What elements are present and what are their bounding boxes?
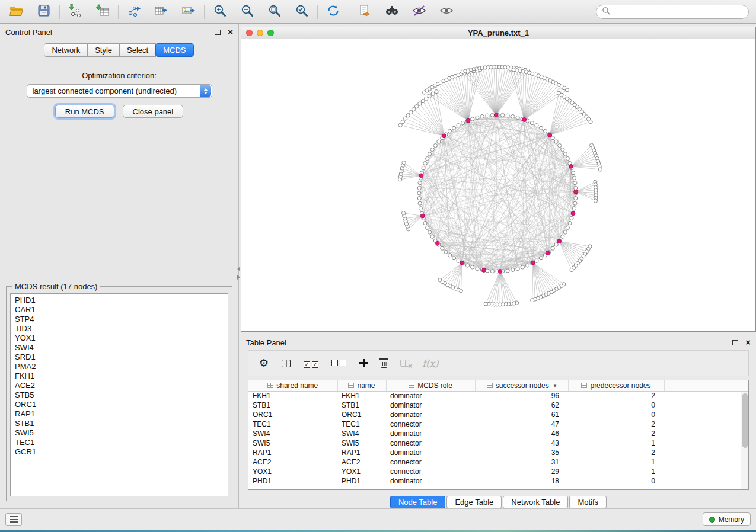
export-network-button[interactable] bbox=[125, 3, 143, 21]
mcds-result-list[interactable]: PHD1CAR1STP4TID3YOX1SWI4SRD1PMA2FKH1ACE2… bbox=[10, 293, 228, 496]
scrollbar-thumb[interactable] bbox=[742, 393, 748, 448]
select-all-button[interactable]: ✓✓ bbox=[304, 358, 318, 368]
import-network-button[interactable] bbox=[66, 3, 85, 21]
delete-table-button[interactable] bbox=[400, 360, 409, 367]
tab-network[interactable]: Network bbox=[44, 43, 88, 57]
mcds-result-item[interactable]: GCR1 bbox=[11, 447, 228, 457]
refresh-layout-button[interactable] bbox=[324, 3, 343, 21]
table-cell: 0 bbox=[568, 410, 664, 419]
zoom-out-button[interactable] bbox=[238, 3, 257, 21]
close-panel-icon[interactable]: × bbox=[745, 339, 751, 345]
mcds-result-item[interactable]: TID3 bbox=[11, 324, 228, 334]
window-minimize-icon[interactable] bbox=[257, 30, 263, 36]
mcds-result-item[interactable]: STP4 bbox=[11, 315, 228, 324]
criterion-dropdown[interactable]: largest connected component (undirected) bbox=[27, 84, 212, 98]
export-image-icon bbox=[181, 4, 196, 20]
show-details-button[interactable] bbox=[437, 3, 456, 21]
tab-style[interactable]: Style bbox=[87, 43, 120, 57]
table-row[interactable]: PHD1PHD1dominator180 bbox=[248, 476, 748, 486]
collapse-left-icon[interactable] bbox=[237, 267, 240, 271]
mcds-result-item[interactable]: PMA2 bbox=[11, 362, 228, 371]
column-header-successor-nodes[interactable]: successor nodes▾ bbox=[475, 380, 568, 391]
mcds-result-item[interactable]: STB5 bbox=[11, 390, 228, 400]
mcds-result-item[interactable]: ACE2 bbox=[11, 381, 228, 390]
float-panel-icon[interactable] bbox=[215, 30, 221, 35]
tab-node-table[interactable]: Node Table bbox=[390, 496, 446, 508]
tab-network-table[interactable]: Network Table bbox=[503, 496, 568, 508]
table-row[interactable]: FKH1FKH1dominator962 bbox=[248, 391, 748, 400]
zoom-selected-button[interactable] bbox=[292, 3, 311, 21]
float-panel-icon[interactable] bbox=[732, 340, 738, 345]
table-cell: SWI4 bbox=[248, 429, 337, 438]
table-row[interactable]: TEC1TEC1connector472 bbox=[248, 419, 748, 429]
column-header-shared-name[interactable]: shared name bbox=[248, 380, 337, 391]
save-button[interactable] bbox=[34, 3, 53, 21]
toolbar-separator bbox=[59, 5, 60, 19]
checked-box-icon: ✓ bbox=[304, 361, 310, 368]
mcds-result-item[interactable]: PHD1 bbox=[11, 296, 228, 305]
mcds-result-item[interactable]: SWI5 bbox=[11, 428, 228, 438]
mcds-result-item[interactable]: SRD1 bbox=[11, 352, 228, 362]
run-mcds-button[interactable]: Run MCDS bbox=[55, 105, 114, 118]
column-table-icon bbox=[267, 383, 273, 388]
mcds-result-item[interactable]: CAR1 bbox=[11, 305, 228, 315]
node-table-body: FKH1FKH1dominator962STB1STB1dominator620… bbox=[248, 391, 748, 486]
window-close-icon[interactable] bbox=[246, 30, 253, 36]
table-row[interactable]: STB1STB1dominator620 bbox=[248, 400, 748, 410]
eye-icon bbox=[439, 4, 454, 20]
tab-edge-table[interactable]: Edge Table bbox=[446, 496, 502, 508]
panel-divider-handle[interactable] bbox=[236, 267, 241, 282]
zoom-in-button[interactable] bbox=[210, 3, 229, 21]
table-row[interactable]: ACE2ACE2connector311 bbox=[248, 457, 748, 467]
hide-details-button[interactable] bbox=[410, 3, 429, 21]
table-row[interactable]: RAP1RAP1dominator352 bbox=[248, 448, 748, 457]
close-panel-icon[interactable]: × bbox=[228, 29, 233, 35]
search-input[interactable] bbox=[614, 7, 743, 16]
mcds-result-item[interactable]: FKH1 bbox=[11, 371, 228, 381]
optimization-label: Optimization criterion: bbox=[0, 71, 238, 80]
table-row[interactable]: SWI4SWI4dominator462 bbox=[248, 429, 748, 438]
delete-column-button[interactable] bbox=[381, 361, 387, 368]
table-row[interactable]: ORC1ORC1dominator610 bbox=[248, 410, 748, 419]
mcds-result-item[interactable]: TEC1 bbox=[11, 438, 228, 447]
column-table-icon bbox=[581, 383, 587, 388]
column-header-MCDS-role[interactable]: MCDS role bbox=[386, 380, 475, 391]
mcds-result-item[interactable]: ORC1 bbox=[11, 400, 228, 409]
column-header-name[interactable]: name bbox=[337, 380, 386, 391]
network-canvas[interactable] bbox=[241, 39, 755, 331]
deselect-all-button[interactable] bbox=[331, 358, 346, 368]
export-table-button[interactable] bbox=[152, 3, 171, 21]
export-image-button[interactable] bbox=[179, 3, 198, 21]
table-scrollbar[interactable] bbox=[741, 392, 748, 489]
zoom-fit-button[interactable] bbox=[265, 3, 284, 21]
task-history-button[interactable] bbox=[5, 513, 22, 526]
tab-mcds[interactable]: MCDS bbox=[155, 43, 193, 57]
mcds-result-item[interactable]: SWI4 bbox=[11, 343, 228, 352]
table-settings-button[interactable]: ⚙ bbox=[259, 358, 269, 368]
mcds-result-item[interactable]: RAP1 bbox=[11, 409, 228, 419]
network-window-titlebar[interactable]: YPA_prune.txt_1 bbox=[241, 27, 755, 39]
mcds-result-item[interactable]: STB1 bbox=[11, 419, 228, 428]
table-row[interactable]: SWI5SWI5connector431 bbox=[248, 438, 748, 448]
search-network-button[interactable] bbox=[382, 3, 401, 21]
import-table-button[interactable] bbox=[93, 3, 112, 21]
tab-motifs[interactable]: Motifs bbox=[569, 496, 607, 508]
column-header-predecessor-nodes[interactable]: predecessor nodes bbox=[568, 380, 664, 391]
mcds-result-item[interactable]: YOX1 bbox=[11, 334, 228, 343]
add-column-button[interactable] bbox=[359, 359, 368, 367]
expand-right-icon[interactable] bbox=[237, 275, 240, 280]
column-header-label: shared name bbox=[276, 382, 318, 390]
memory-label: Memory bbox=[719, 515, 744, 524]
close-panel-button[interactable]: Close panel bbox=[123, 105, 184, 118]
function-builder-button[interactable]: f(x) bbox=[422, 358, 438, 369]
column-header-label: successor nodes bbox=[496, 382, 549, 390]
column-visibility-button[interactable] bbox=[282, 360, 291, 367]
memory-button[interactable]: Memory bbox=[703, 512, 751, 526]
window-maximize-icon[interactable] bbox=[267, 30, 274, 36]
tab-select[interactable]: Select bbox=[119, 43, 156, 57]
table-cell-filler bbox=[664, 410, 748, 419]
open-button[interactable] bbox=[7, 3, 26, 21]
table-row[interactable]: YOX1YOX1connector291 bbox=[248, 467, 748, 476]
share-document-button[interactable] bbox=[355, 3, 374, 21]
mcds-buttons-row: Run MCDS Close panel bbox=[0, 105, 238, 118]
